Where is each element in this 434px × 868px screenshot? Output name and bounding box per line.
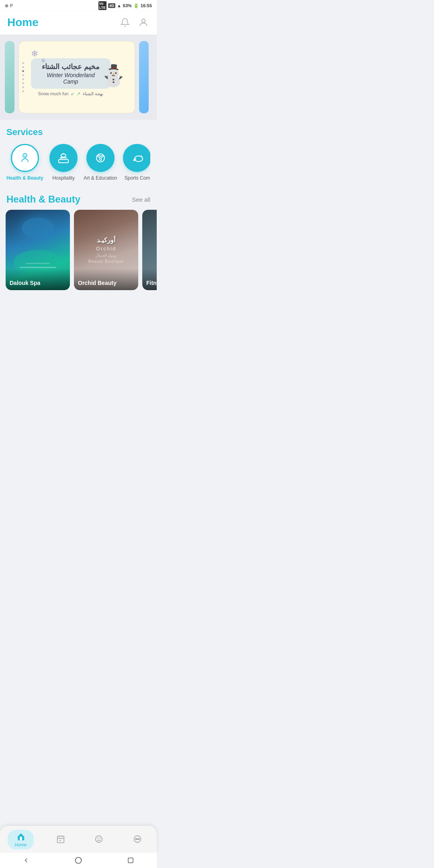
svg-rect-3 [59,160,68,163]
banner-arabic-text: مخيم عجائب الشتاء [39,62,102,71]
service-icon-art-education [86,144,115,172]
venue-card-dalouk-spa[interactable]: Dalouk Spa [6,210,70,290]
venue-cards-scroll: Dalouk Spa أوركيـد Orchid بوتيك الجمال B… [0,210,157,297]
sim-icon: ⊕ [5,3,8,8]
service-item-hospitality[interactable]: Hospitality [47,144,80,181]
content-area: ❄ ❄ مخيم عجائب الشتاء Winter Wonderland … [0,35,157,337]
header-actions [119,16,149,29]
health-beauty-title: Health & Beauty [6,194,80,205]
health-beauty-section-header: Health & Beauty See all [0,187,157,210]
service-icon-health-beauty [11,144,39,172]
dot-3-active [22,70,24,72]
fitness-card-label: Fitness 180 [142,268,157,290]
dot-5 [22,78,24,80]
banner-sub-right: بهجة الشتاء [83,91,103,96]
status-bar: ⊕ P VoLTE 4G ▲ 63% 🔋 16:55 [0,0,157,11]
svg-rect-2 [61,154,66,157]
service-label-health-beauty: Health & Beauty [6,175,43,181]
status-left-icons: ⊕ P [5,3,13,8]
spa-ceiling-art [22,218,54,238]
orchid-name: Orchid Beauty [78,280,117,286]
service-item-health-beauty[interactable]: Health & Beauty [6,144,43,181]
service-item-sports[interactable]: Sports Com [121,144,150,181]
status-right-info: VoLTE 4G ▲ 63% 🔋 16:55 [98,1,152,10]
dot-2 [22,66,24,68]
notification-button[interactable] [119,16,131,29]
service-item-art-education[interactable]: Art & Education [84,144,117,181]
snowflake-2: ❄ [41,57,46,64]
services-row: Health & Beauty Hospitality [6,144,150,184]
dot-7 [22,86,24,88]
snowman-graphic: ⛄ [100,63,127,88]
orchid-sub-en: Beauty Boutique [88,259,124,264]
dot-8 [22,90,24,92]
banner-dots [22,62,24,92]
banner-sub-text: Snow much fun ↙ ↗ بهجة الشتاء [38,91,104,96]
dot-4 [22,74,24,76]
snowflake-1: ❄ [31,49,38,59]
4g-icon: 4G [108,3,115,8]
banner-arrow-right: ↗ [77,91,80,96]
spa-line2 [26,263,50,264]
fitness-name: Fitness 180 [146,280,157,286]
network-icon: VoLTE [98,1,106,10]
services-section: Services Health & Beauty [0,120,157,187]
orchid-english-name: Orchid [96,246,116,252]
banner-scroll[interactable]: ❄ ❄ مخيم عجائب الشتاء Winter Wonderland … [0,41,157,113]
svg-point-0 [142,19,145,23]
svg-point-4 [60,157,62,159]
service-label-art-education: Art & Education [84,175,117,181]
profile-button[interactable] [137,16,149,29]
spa-name: Dalouk Spa [10,280,40,286]
service-label-hospitality: Hospitality [52,175,74,181]
orchid-sub-ar: بوتيك الجمال [96,253,117,258]
banner-section: ❄ ❄ مخيم عجائب الشتاء Winter Wonderland … [0,35,157,120]
banner-sub-left: Snow much fun [38,91,69,96]
venue-card-orchid-beauty[interactable]: أوركيـد Orchid بوتيك الجمال Beauty Bouti… [74,210,138,290]
svg-point-6 [98,156,100,158]
service-icon-sports [123,144,150,172]
banner-english-text: Winter Wonderland Camp [39,72,102,85]
battery-percentage: 63% [123,3,132,8]
spa-line [20,267,56,268]
banner-main-card[interactable]: ❄ ❄ مخيم عجائب الشتاء Winter Wonderland … [18,41,135,113]
orchid-card-label: Orchid Beauty [74,268,138,290]
clock: 16:55 [141,3,152,8]
page-title: Home [7,16,39,29]
services-title: Services [6,127,150,137]
banner-arrow-left: ↙ [71,91,74,96]
service-icon-hospitality [49,144,78,172]
venue-card-fitness-180[interactable]: 180 كـز لـياقة Fitness Ce Fitness 180 [142,210,157,290]
spa-card-label: Dalouk Spa [6,268,70,290]
header: Home [0,11,157,35]
service-label-sports: Sports Com [125,175,150,181]
p-icon: P [10,3,13,8]
dot-1 [22,62,24,64]
banner-side-left [5,41,14,113]
svg-point-7 [101,156,103,158]
banner-side-right [139,41,149,113]
orchid-arabic-name: أوركيـد [97,236,115,244]
svg-point-8 [99,159,101,161]
dot-6 [22,82,24,84]
see-all-button[interactable]: See all [132,196,150,203]
battery-icon: 🔋 [133,3,139,8]
signal-bars: ▲ [117,3,121,8]
